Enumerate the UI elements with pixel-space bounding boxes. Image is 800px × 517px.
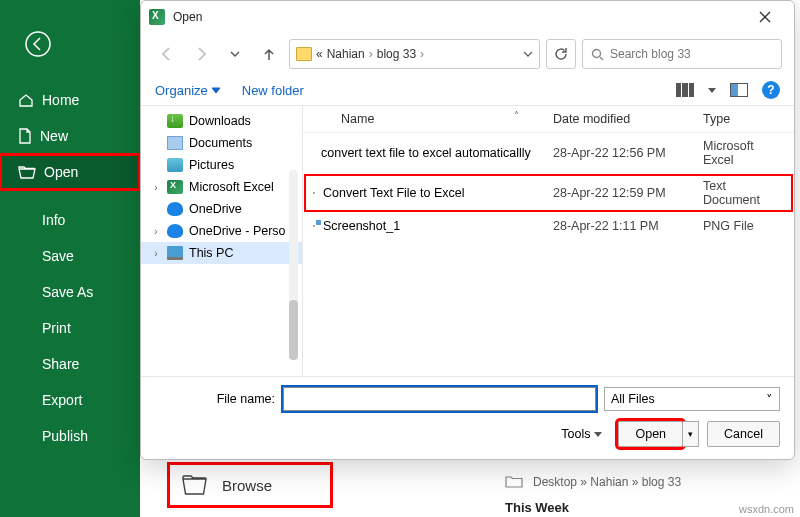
tree-node-documents[interactable]: Documents [141,132,302,154]
view-mode-button[interactable] [676,83,694,97]
help-button[interactable]: ? [762,81,780,99]
tools-menu[interactable]: Tools [561,427,602,441]
nav-forward-button[interactable] [187,40,215,68]
column-headers[interactable]: Name˄ Date modified Type [303,106,794,133]
filename-label: File name: [155,392,275,406]
nav-up-button[interactable] [255,40,283,68]
excel-icon [149,9,165,25]
folder-tree[interactable]: DownloadsDocumentsPictures›Microsoft Exc… [141,106,303,376]
open-button[interactable]: Open [618,421,683,447]
file-row[interactable]: Convert Text File to Excel28-Apr-22 12:5… [303,173,794,213]
tree-node-pictures[interactable]: Pictures [141,154,302,176]
breadcrumb-chevron: « [316,47,323,61]
breadcrumb-sep: › [420,47,424,61]
backstage-item-save-as[interactable]: Save As [0,274,140,310]
browse-label: Browse [222,477,272,494]
chevron-down-icon: ˅ [766,392,773,407]
file-icon [313,225,315,227]
dialog-bottom: File name: All Files˅ Tools Open ▾ Cance… [141,376,794,459]
recent-group-label: This Week [505,500,569,515]
svg-point-0 [26,32,50,56]
tree-node-onedrive-perso[interactable]: ›OneDrive - Perso [141,220,302,242]
refresh-button[interactable] [546,39,576,69]
backstage-item-save[interactable]: Save [0,238,140,274]
dialog-toolbar: Organize New folder ? [141,75,794,106]
watermark: wsxdn.com [739,503,794,515]
backstage-item-print[interactable]: Print [0,310,140,346]
recent-file-peek[interactable]: Desktop » Nahian » blog 33 [505,475,681,489]
tree-node-this-pc[interactable]: ›This PC [141,242,302,264]
backstage-item-home[interactable]: Home [0,82,140,118]
backstage-item-open[interactable]: Open [0,154,140,190]
tree-scrollbar[interactable] [289,170,298,356]
file-row[interactable]: convert text file to excel automaticalll… [303,133,794,173]
chevron-down-icon[interactable] [523,49,533,59]
file-row[interactable]: Screenshot_128-Apr-22 1:11 PMPNG File [303,213,794,239]
excel-backstage-sidebar: HomeNewOpenInfoSaveSave AsPrintShareExpo… [0,0,140,517]
backstage-item-export[interactable]: Export [0,382,140,418]
organize-menu[interactable]: Organize [155,83,220,98]
search-placeholder: Search blog 33 [610,47,691,61]
search-icon [591,48,604,61]
backstage-item-info[interactable]: Info [0,202,140,238]
preview-pane-button[interactable] [730,83,748,97]
open-split-button[interactable]: ▾ [683,421,699,447]
new-folder-button[interactable]: New folder [242,83,304,98]
breadcrumb-sep: › [369,47,373,61]
filename-input[interactable] [283,387,596,411]
nav-back-button[interactable] [153,40,181,68]
back-button[interactable] [18,24,58,64]
backstage-item-share[interactable]: Share [0,346,140,382]
breadcrumb-part[interactable]: blog 33 [377,47,416,61]
backstage-item-new[interactable]: New [0,118,140,154]
cancel-button[interactable]: Cancel [707,421,780,447]
close-button[interactable] [744,3,786,31]
breadcrumb-part[interactable]: Nahian [327,47,365,61]
file-icon [313,192,315,194]
file-list: Name˄ Date modified Type convert text fi… [303,106,794,376]
search-input[interactable]: Search blog 33 [582,39,782,69]
svg-point-1 [593,49,601,57]
backstage-item-publish[interactable]: Publish [0,418,140,454]
open-dialog: Open « Nahian › blog 33 › Search blog 33… [140,0,795,460]
browse-button[interactable]: Browse [170,465,330,505]
nav-recent-dropdown[interactable] [221,40,249,68]
sort-indicator: ˄ [514,110,519,121]
folder-icon [296,47,312,61]
dialog-title: Open [173,10,744,24]
tree-node-onedrive[interactable]: OneDrive [141,198,302,220]
address-bar[interactable]: « Nahian › blog 33 › [289,39,540,69]
tree-node-microsoft-excel[interactable]: ›Microsoft Excel [141,176,302,198]
tree-node-downloads[interactable]: Downloads [141,110,302,132]
dialog-titlebar: Open [141,1,794,33]
file-type-filter[interactable]: All Files˅ [604,387,780,411]
nav-row: « Nahian › blog 33 › Search blog 33 [141,33,794,75]
chevron-down-icon[interactable] [708,86,716,94]
